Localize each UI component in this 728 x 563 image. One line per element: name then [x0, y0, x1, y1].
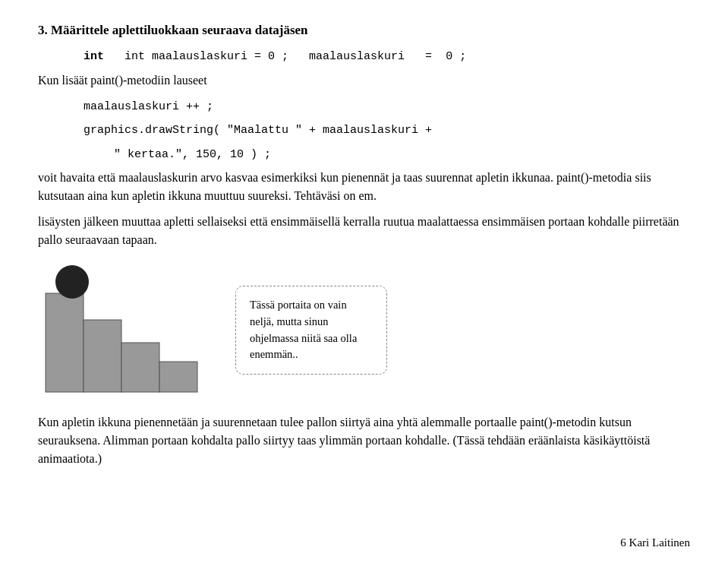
para3-text: Kun apletin ikkuna pienennetään ja suure…: [38, 416, 650, 465]
illustration-area: Tässä portaita on vain neljä, mutta sinu…: [38, 263, 690, 400]
paragraph-1: voit havaita että maalauslaskurin arvo k…: [38, 169, 690, 205]
code-declaration: maalauslaskuri = 0 ;: [295, 50, 466, 63]
paragraph-2: lisäysten jälkeen muuttaa apletti sellai…: [38, 213, 690, 249]
main-content: 3. Määrittele aplettiluokkaan seuraava d…: [38, 23, 690, 468]
paragraph-3: Kun apletin ikkuna pienennetään ja suure…: [38, 413, 690, 468]
code-increment: maalauslaskuri ++ ;: [84, 100, 213, 113]
section-heading: 3. Määrittele aplettiluokkaan seuraava d…: [38, 23, 690, 38]
keyword-int: int: [84, 50, 104, 63]
svg-rect-1: [84, 320, 121, 392]
callout-box: Tässä portaita on vain neljä, mutta sinu…: [235, 286, 387, 375]
stairs-illustration: [38, 263, 205, 400]
svg-point-4: [55, 265, 89, 299]
para1-text: voit havaita että maalauslaskurin arvo k…: [38, 171, 651, 202]
svg-rect-3: [159, 362, 197, 392]
code-line1: int int maalauslaskuri = 0 ; maalauslask…: [84, 47, 690, 67]
code-drawstring1: graphics.drawString( "Maalattu " + maala…: [84, 124, 432, 137]
callout-text: Tässä portaita on vain neljä, mutta sinu…: [250, 299, 357, 360]
para2-text: lisäysten jälkeen muuttaa apletti sellai…: [38, 215, 679, 246]
code-drawstring2: " kertaa.", 150, 10 ) ;: [114, 148, 271, 161]
footer: 6 Kari Laitinen: [620, 536, 690, 549]
code-line3: graphics.drawString( "Maalattu " + maala…: [84, 121, 690, 141]
code-text-1: int maalauslaskuri = 0 ;: [124, 50, 288, 63]
intro-text: Kun lisäät paint()-metodiin lauseet: [38, 71, 690, 90]
svg-rect-2: [121, 343, 159, 392]
svg-rect-0: [46, 293, 84, 392]
code-line2: maalauslaskuri ++ ;: [84, 97, 690, 117]
code-line4: " kertaa.", 150, 10 ) ;: [114, 145, 690, 165]
